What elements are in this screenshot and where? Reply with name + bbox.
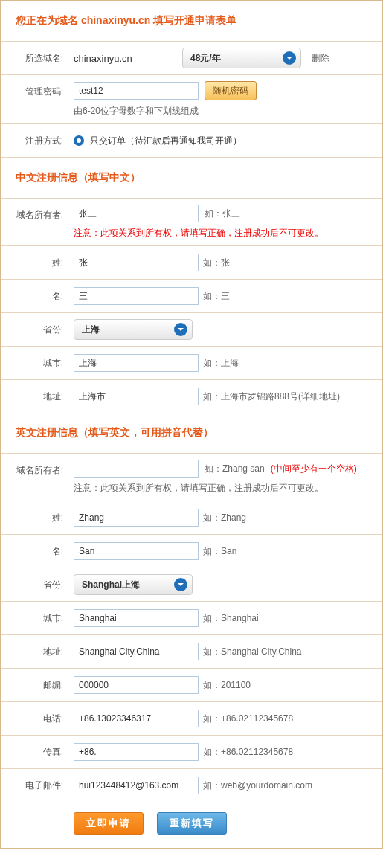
- form-row: 名:如：三: [1, 280, 382, 313]
- en-section-title: 英文注册信息（填写英文，可用拼音代替）: [1, 413, 382, 454]
- row-reg-method: 注册方式: 只交订单（待汇款后再通知我司开通）: [1, 124, 382, 158]
- province-select[interactable]: 上海: [74, 319, 193, 340]
- hint-text: 如：张: [203, 257, 230, 269]
- random-password-button[interactable]: 随机密码: [205, 81, 257, 100]
- hint-text: 如：张三: [205, 208, 240, 220]
- delete-link[interactable]: 删除: [312, 52, 329, 65]
- form-row: 电话:如：+86.02112345678: [1, 702, 382, 736]
- password-input[interactable]: [74, 82, 199, 100]
- text-input[interactable]: [74, 460, 199, 478]
- select-value: 上海: [82, 324, 100, 336]
- label-password: 管理密码:: [1, 75, 69, 108]
- text-input[interactable]: [74, 542, 199, 560]
- text-input[interactable]: [74, 509, 199, 527]
- field-label: 姓:: [1, 246, 69, 279]
- chevron-down-icon: [174, 323, 187, 336]
- hint-text: 如：Zhang: [203, 512, 246, 524]
- text-input[interactable]: [74, 643, 199, 660]
- price-select-value: 48元/年: [190, 52, 221, 65]
- hint-text: 如：201100: [203, 679, 251, 692]
- province-select[interactable]: Shanghai上海: [74, 574, 193, 595]
- text-input[interactable]: [74, 205, 199, 222]
- hint-text: 如：Zhang san: [205, 463, 265, 475]
- select-value: Shanghai上海: [82, 579, 140, 591]
- actions-row: 立即申请 重新填写: [1, 802, 382, 848]
- field-label: 传真:: [1, 736, 69, 768]
- text-input[interactable]: [74, 287, 199, 305]
- hint-extra: (中间至少有一个空格): [271, 463, 357, 475]
- field-label: 域名所有者:: [1, 454, 69, 486]
- page-title: 您正在为域名 chinaxinyu.cn 填写开通申请表单: [1, 1, 382, 42]
- form-row: 姓:如：Zhang: [1, 501, 382, 535]
- field-label: 电话:: [1, 702, 69, 735]
- form-row: 电子邮件:如：web@yourdomain.com: [1, 769, 382, 802]
- hint-text: 如：三: [203, 290, 230, 303]
- form-row: 邮编:如：201100: [1, 669, 382, 702]
- field-label: 姓:: [1, 501, 69, 534]
- hint-text: 如：上海: [203, 357, 239, 370]
- form-row: 城市:如：Shanghai: [1, 602, 382, 635]
- cn-section-title: 中文注册信息（填写中文）: [1, 158, 382, 199]
- form-row: 地址:如：Shanghai City,China: [1, 635, 382, 669]
- hint-text: 如：上海市罗锦路888号(详细地址): [203, 390, 340, 403]
- submit-button[interactable]: 立即申请: [74, 812, 144, 835]
- password-note: 由6-20位字母数字和下划线组成: [74, 105, 373, 118]
- row-domain: 所选域名: chinaxinyu.cn 48元/年 删除: [1, 42, 382, 75]
- field-note: 注意：此项关系到所有权，请填写正确，注册成功后不可更改。: [74, 482, 373, 495]
- row-password: 管理密码: 随机密码 由6-20位字母数字和下划线组成: [1, 75, 382, 124]
- domain-name-text: chinaxinyu.cn: [74, 53, 178, 64]
- hint-text: 如：San: [203, 545, 236, 558]
- form-row: 名:如：San: [1, 535, 382, 568]
- form-row: 城市:如：上海: [1, 347, 382, 380]
- text-input[interactable]: [74, 388, 199, 405]
- form-row: 省份:Shanghai上海: [1, 568, 382, 602]
- field-note: 注意：此项关系到所有权，请填写正确，注册成功后不可更改。: [74, 227, 373, 239]
- field-label: 省份:: [1, 313, 69, 346]
- text-input[interactable]: [74, 609, 199, 627]
- field-label: 邮编:: [1, 669, 69, 701]
- form-row: 域名所有者:如：Zhang san (中间至少有一个空格)注意：此项关系到所有权…: [1, 454, 382, 501]
- field-label: 省份:: [1, 568, 69, 601]
- label-domain: 所选域名:: [1, 42, 69, 74]
- hint-text: 如：+86.02112345678: [203, 713, 293, 725]
- reset-button[interactable]: 重新填写: [157, 812, 227, 835]
- field-label: 域名所有者:: [1, 199, 69, 231]
- form-row: 姓:如：张: [1, 246, 382, 280]
- chevron-down-icon: [174, 578, 187, 591]
- field-label: 名:: [1, 280, 69, 312]
- hint-text: 如：web@yourdomain.com: [203, 779, 312, 792]
- hint-text: 如：Shanghai: [203, 612, 259, 625]
- field-label: 地址:: [1, 380, 69, 413]
- chevron-down-icon: [283, 51, 296, 65]
- label-reg-method: 注册方式:: [1, 124, 69, 157]
- text-input[interactable]: [74, 676, 199, 694]
- field-label: 名:: [1, 535, 69, 568]
- text-input[interactable]: [74, 254, 199, 271]
- text-input[interactable]: [74, 777, 199, 794]
- text-input[interactable]: [74, 710, 199, 727]
- field-label: 城市:: [1, 347, 69, 379]
- hint-text: 如：Shanghai City,China: [203, 646, 302, 658]
- form-container: 您正在为域名 chinaxinyu.cn 填写开通申请表单 所选域名: chin…: [0, 0, 383, 849]
- form-row: 地址:如：上海市罗锦路888号(详细地址): [1, 380, 382, 413]
- reg-method-text: 只交订单（待汇款后再通知我司开通）: [90, 135, 242, 147]
- form-row: 省份:上海: [1, 313, 382, 347]
- field-label: 城市:: [1, 602, 69, 634]
- hint-text: 如：+86.02112345678: [203, 746, 293, 759]
- field-label: 电子邮件:: [1, 769, 69, 802]
- price-select[interactable]: 48元/年: [182, 48, 301, 68]
- radio-checked-icon: [74, 135, 84, 146]
- text-input[interactable]: [74, 354, 199, 372]
- field-label: 地址:: [1, 635, 69, 668]
- text-input[interactable]: [74, 743, 199, 761]
- reg-method-radio[interactable]: 只交订单（待汇款后再通知我司开通）: [74, 135, 242, 147]
- form-row: 传真:如：+86.02112345678: [1, 736, 382, 769]
- form-row: 域名所有者:如：张三注意：此项关系到所有权，请填写正确，注册成功后不可更改。: [1, 199, 382, 246]
